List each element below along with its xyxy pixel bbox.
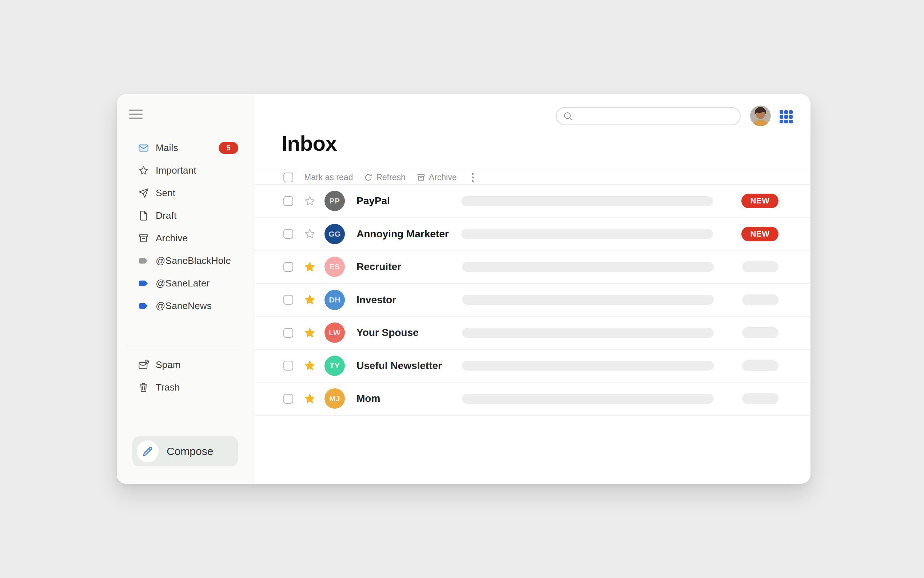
row-checkbox[interactable] xyxy=(283,229,293,239)
search-input[interactable] xyxy=(576,108,733,125)
star-icon[interactable] xyxy=(304,360,316,372)
email-list: PP PayPal NEW GG Annoying Marketer NEW xyxy=(254,185,811,416)
subject-placeholder xyxy=(462,361,714,370)
sender-name: PayPal xyxy=(356,195,390,207)
subject-placeholder xyxy=(462,295,714,305)
row-checkbox[interactable] xyxy=(283,196,293,206)
new-badge xyxy=(742,294,778,305)
row-checkbox[interactable] xyxy=(283,361,293,370)
search-bar[interactable] xyxy=(556,107,741,125)
sidebar-item-saneblackhole[interactable]: @SaneBlackHole xyxy=(117,249,254,272)
star-icon[interactable] xyxy=(304,228,316,240)
mark-as-read-button[interactable]: Mark as read xyxy=(304,172,353,182)
archive-button[interactable]: Archive xyxy=(416,172,457,182)
row-checkbox[interactable] xyxy=(283,262,293,272)
mail-icon xyxy=(137,141,150,154)
star-icon[interactable] xyxy=(304,393,316,405)
row-checkbox[interactable] xyxy=(283,295,293,305)
refresh-button[interactable]: Refresh xyxy=(364,172,406,182)
avatar: PP xyxy=(325,191,345,211)
desktop-background: Mails 5 Important Sent xyxy=(0,0,924,578)
search-icon xyxy=(562,110,573,122)
email-row[interactable]: ES Recruiter xyxy=(254,251,811,284)
sidebar-item-draft[interactable]: Draft xyxy=(117,204,254,227)
avatar: ES xyxy=(325,257,345,277)
new-badge: NEW xyxy=(741,227,778,241)
email-row[interactable]: MJ Mom xyxy=(254,383,811,416)
user-photo xyxy=(750,106,771,126)
sender-name: Mom xyxy=(356,393,380,404)
archive-icon xyxy=(137,232,150,245)
hamburger-menu-icon[interactable] xyxy=(129,110,142,122)
row-checkbox[interactable] xyxy=(283,328,293,338)
user-avatar[interactable] xyxy=(750,106,771,126)
compose-label: Compose xyxy=(167,445,213,458)
row-checkbox[interactable] xyxy=(283,394,293,404)
sender-name: Useful Newsletter xyxy=(356,360,442,372)
archive-icon xyxy=(416,173,426,182)
sender-name: Recruiter xyxy=(356,261,401,273)
star-outline-icon xyxy=(137,164,150,177)
refresh-label: Refresh xyxy=(376,172,406,182)
email-row[interactable]: TY Useful Newsletter xyxy=(254,350,811,383)
new-badge xyxy=(742,261,778,272)
tag-icon xyxy=(137,277,150,290)
new-badge xyxy=(742,393,778,404)
avatar: MJ xyxy=(325,388,345,409)
tag-icon xyxy=(137,254,150,267)
star-icon[interactable] xyxy=(304,294,316,306)
email-row[interactable]: DH Investor xyxy=(254,284,811,317)
toolbar: Mark as read Refresh Archive xyxy=(254,170,811,185)
apps-grid-icon[interactable] xyxy=(780,110,793,123)
sidebar-item-label: Draft xyxy=(156,210,176,221)
sidebar-item-label: Sent xyxy=(156,187,175,199)
more-options-kebab-icon[interactable] xyxy=(470,171,475,183)
sidebar-item-important[interactable]: Important xyxy=(117,159,254,182)
subject-placeholder xyxy=(462,328,714,338)
email-row[interactable]: GG Annoying Marketer NEW xyxy=(254,218,811,251)
sidebar-item-sanenews[interactable]: @SaneNews xyxy=(117,294,254,317)
star-icon[interactable] xyxy=(304,261,316,273)
avatar: LW xyxy=(325,323,345,343)
subject-placeholder xyxy=(462,394,714,404)
refresh-icon xyxy=(364,173,373,182)
sidebar-item-sanelater[interactable]: @SaneLater xyxy=(117,272,254,294)
sidebar-item-trash[interactable]: Trash xyxy=(117,376,254,399)
spam-icon xyxy=(137,358,150,371)
email-row[interactable]: PP PayPal NEW xyxy=(254,185,811,218)
subject-placeholder xyxy=(461,229,713,239)
subject-placeholder xyxy=(461,196,713,206)
subject-placeholder xyxy=(462,262,714,272)
sidebar: Mails 5 Important Sent xyxy=(117,94,254,484)
sidebar-nav: Mails 5 Important Sent xyxy=(117,136,254,317)
star-icon[interactable] xyxy=(304,195,316,207)
compose-button[interactable]: Compose xyxy=(133,437,238,466)
star-icon[interactable] xyxy=(304,327,316,339)
sidebar-item-archive[interactable]: Archive xyxy=(117,227,254,249)
pencil-icon xyxy=(137,440,159,462)
trash-icon xyxy=(137,381,150,394)
mark-as-read-label: Mark as read xyxy=(304,172,353,182)
sidebar-item-mails[interactable]: Mails 5 xyxy=(117,136,254,159)
sidebar-item-label: Mails xyxy=(156,142,178,154)
new-badge: NEW xyxy=(741,194,778,208)
tag-icon xyxy=(137,299,150,312)
main-content: Inbox Mark as read Refresh Archive xyxy=(254,94,811,484)
archive-label: Archive xyxy=(429,172,457,182)
sidebar-item-label: @SaneLater xyxy=(156,278,210,289)
select-all-checkbox[interactable] xyxy=(283,172,293,182)
draft-icon xyxy=(137,209,150,222)
email-row[interactable]: LW Your Spouse xyxy=(254,317,811,350)
sidebar-item-sent[interactable]: Sent xyxy=(117,182,254,204)
sidebar-item-label: Important xyxy=(156,165,196,176)
sidebar-item-label: Archive xyxy=(156,232,188,244)
sidebar-item-spam[interactable]: Spam xyxy=(117,354,254,376)
sidebar-divider xyxy=(126,345,246,346)
sidebar-item-label: @SaneBlackHole xyxy=(156,255,231,266)
sender-name: Your Spouse xyxy=(356,327,419,338)
send-icon xyxy=(137,186,150,200)
sender-name: Investor xyxy=(356,294,396,306)
page-title: Inbox xyxy=(282,131,337,156)
new-badge xyxy=(742,360,778,371)
sidebar-item-label: Trash xyxy=(156,382,180,393)
